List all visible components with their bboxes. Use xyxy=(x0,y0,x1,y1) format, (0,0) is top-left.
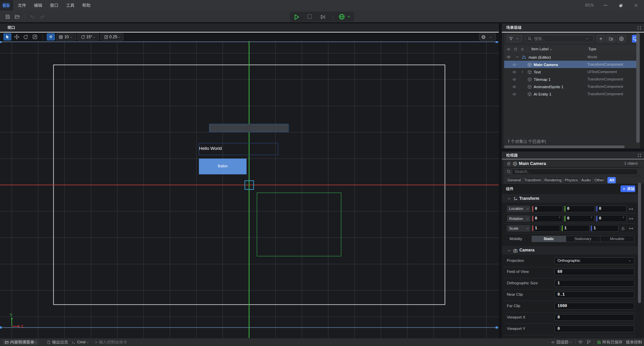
svg-text:Button: Button xyxy=(218,164,228,168)
svg-text:X: X xyxy=(21,324,23,329)
svg-text:Hello World: Hello World xyxy=(199,146,222,151)
svg-text:Y: Y xyxy=(10,313,12,318)
